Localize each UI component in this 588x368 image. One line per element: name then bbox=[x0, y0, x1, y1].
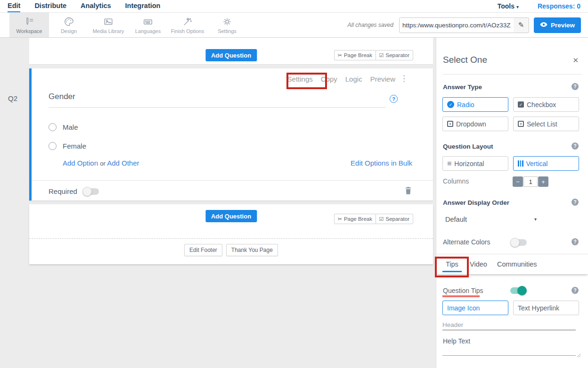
columns-value[interactable]: 1 bbox=[523, 176, 538, 187]
alternate-colors-label: Alternate Colors bbox=[443, 238, 490, 246]
answer-display-order-label: Answer Display Order bbox=[443, 199, 509, 206]
question-tips-toggle[interactable] bbox=[510, 287, 526, 294]
separator-label: Separator bbox=[385, 52, 409, 58]
thank-you-page-button[interactable]: Thank You Page bbox=[226, 244, 278, 256]
help-icon[interactable]: ? bbox=[572, 238, 579, 245]
question-settings-action[interactable]: Settings bbox=[287, 75, 313, 83]
toolbar-tab-workspace[interactable]: Workspace bbox=[9, 13, 49, 37]
add-question-button[interactable]: Add Question bbox=[205, 49, 257, 61]
question-preview-action[interactable]: Preview bbox=[370, 75, 395, 83]
scissors-icon: ✂ bbox=[338, 216, 342, 222]
edit-footer-button[interactable]: Edit Footer bbox=[184, 244, 222, 256]
minus-button[interactable]: − bbox=[513, 176, 523, 187]
help-icon[interactable]: ? bbox=[572, 287, 579, 294]
toolbar-tab-finish-options[interactable]: Finish Options bbox=[168, 13, 207, 37]
answer-type-dropdown-button[interactable]: ▾ Dropdown bbox=[442, 117, 508, 131]
answer-option-label[interactable]: Male bbox=[63, 123, 78, 131]
text-hyperlink-button[interactable]: Text Hyperlink bbox=[513, 301, 579, 315]
columns-label: Columns bbox=[443, 177, 469, 185]
answer-type-option-label: Dropdown bbox=[456, 120, 486, 128]
tips-header-input[interactable] bbox=[442, 320, 576, 330]
radio-circle-icon[interactable] bbox=[49, 142, 57, 150]
edit-options-bulk-link[interactable]: Edit Options in Bulk bbox=[351, 159, 412, 167]
help-icon[interactable]: ? bbox=[572, 83, 579, 90]
survey-url-input[interactable] bbox=[400, 18, 514, 33]
question-title[interactable]: Gender bbox=[49, 92, 75, 101]
caret-down-icon[interactable]: ▾ bbox=[534, 217, 537, 222]
toolbar-tab-label: Finish Options bbox=[171, 28, 204, 34]
trash-icon[interactable] bbox=[405, 186, 412, 197]
toolbar-tab-label: Workspace bbox=[16, 28, 42, 34]
separator-button[interactable]: ☑ Separator bbox=[376, 50, 413, 60]
vertical-layout-icon bbox=[518, 160, 523, 167]
required-row: Required bbox=[49, 187, 99, 195]
answer-type-option-label: Select List bbox=[527, 120, 557, 128]
add-other-link[interactable]: Add Other bbox=[107, 159, 139, 167]
display-order-select[interactable]: Default bbox=[445, 216, 467, 223]
or-text: or bbox=[100, 160, 106, 167]
answer-type-checkbox-button[interactable]: ✓ Checkbox bbox=[513, 97, 579, 112]
question-copy-action[interactable]: Copy bbox=[321, 75, 337, 83]
main-area: Q2 Add Question ✂ Page Break ☑ Separator… bbox=[0, 38, 588, 368]
tips-button-label: Image Icon bbox=[447, 304, 480, 312]
toolbar-tab-label: Design bbox=[61, 28, 77, 34]
answer-type-select-list-button[interactable]: ▾ Select List bbox=[513, 117, 579, 131]
required-toggle[interactable] bbox=[83, 188, 99, 195]
chevron-down-icon: ▾ bbox=[516, 4, 519, 9]
alternate-colors-toggle[interactable] bbox=[511, 239, 527, 246]
plus-button[interactable]: + bbox=[538, 176, 548, 187]
separator-button[interactable]: ☑ Separator bbox=[376, 214, 413, 224]
image-icon-button[interactable]: Image Icon bbox=[442, 301, 508, 315]
page-break-label: Page Break bbox=[344, 52, 372, 58]
toolbar-tab-languages[interactable]: Languages bbox=[128, 13, 168, 37]
overflow-menu-icon[interactable]: ⋮ bbox=[400, 74, 408, 84]
tips-button-label: Text Hyperlink bbox=[518, 304, 559, 312]
help-text-textarea[interactable] bbox=[442, 345, 576, 356]
page-break-button[interactable]: ✂ Page Break bbox=[334, 214, 376, 224]
answer-type-option-label: Checkbox bbox=[527, 101, 556, 109]
palette-icon bbox=[64, 17, 74, 27]
answer-type-radio-button[interactable]: ✓ Radio bbox=[442, 97, 508, 112]
columns-stepper: − 1 + bbox=[513, 176, 548, 187]
nav-item-analytics[interactable]: Analytics bbox=[81, 0, 111, 12]
question-actions: Settings Copy Logic Preview bbox=[287, 75, 395, 83]
nav-item-edit[interactable]: Edit bbox=[8, 0, 20, 12]
preview-button[interactable]: Preview bbox=[534, 17, 581, 33]
option-links: Add Option or Add Other bbox=[63, 159, 139, 167]
tab-tips[interactable]: Tips bbox=[446, 260, 458, 268]
radio-circle-icon[interactable] bbox=[49, 123, 57, 131]
question-logic-action[interactable]: Logic bbox=[345, 75, 362, 83]
tab-communities[interactable]: Communities bbox=[497, 260, 537, 268]
help-icon[interactable]: ? bbox=[572, 199, 579, 206]
tools-menu[interactable]: Tools ▾ bbox=[498, 2, 519, 10]
help-icon[interactable]: ? bbox=[572, 142, 579, 150]
tools-label: Tools bbox=[498, 2, 514, 10]
workspace-icon bbox=[24, 17, 34, 27]
nav-item-integration[interactable]: Integration bbox=[125, 0, 161, 12]
keyboard-icon bbox=[143, 17, 153, 27]
horizontal-layout-icon: ≡ bbox=[447, 160, 451, 167]
question-help-icon[interactable]: ? bbox=[390, 95, 398, 103]
layout-vertical-button[interactable]: Vertical bbox=[513, 156, 579, 171]
separator-checkbox-icon: ☑ bbox=[379, 216, 384, 222]
add-option-link[interactable]: Add Option bbox=[63, 159, 98, 167]
page-break-button[interactable]: ✂ Page Break bbox=[334, 50, 376, 60]
nav-item-distribute[interactable]: Distribute bbox=[34, 0, 66, 12]
add-question-button[interactable]: Add Question bbox=[205, 210, 257, 222]
question-tips-label: Question Tips bbox=[443, 287, 483, 294]
toolbar-tab-media-library[interactable]: Media Library bbox=[89, 13, 128, 37]
resize-handle-icon[interactable] bbox=[577, 351, 581, 360]
layout-option-label: Vertical bbox=[526, 160, 548, 167]
toolbar-tab-label: Languages bbox=[135, 28, 161, 34]
tab-video[interactable]: Video bbox=[470, 260, 487, 268]
layout-horizontal-button[interactable]: ≡ Horizontal bbox=[442, 156, 508, 171]
toolbar-tabs: Workspace Design Media Library bbox=[0, 13, 247, 37]
toolbar-tab-settings[interactable]: Settings bbox=[207, 13, 247, 37]
add-question-row-top: Add Question ✂ Page Break ☑ Separator bbox=[29, 38, 433, 65]
panel-divider bbox=[443, 74, 581, 75]
answer-option-label[interactable]: Female bbox=[63, 142, 86, 150]
responses-count[interactable]: Responses: 0 bbox=[538, 2, 580, 10]
toolbar-tab-design[interactable]: Design bbox=[49, 13, 89, 37]
close-icon[interactable]: ✕ bbox=[572, 56, 579, 65]
edit-url-pencil-icon[interactable]: ✎ bbox=[514, 21, 529, 29]
